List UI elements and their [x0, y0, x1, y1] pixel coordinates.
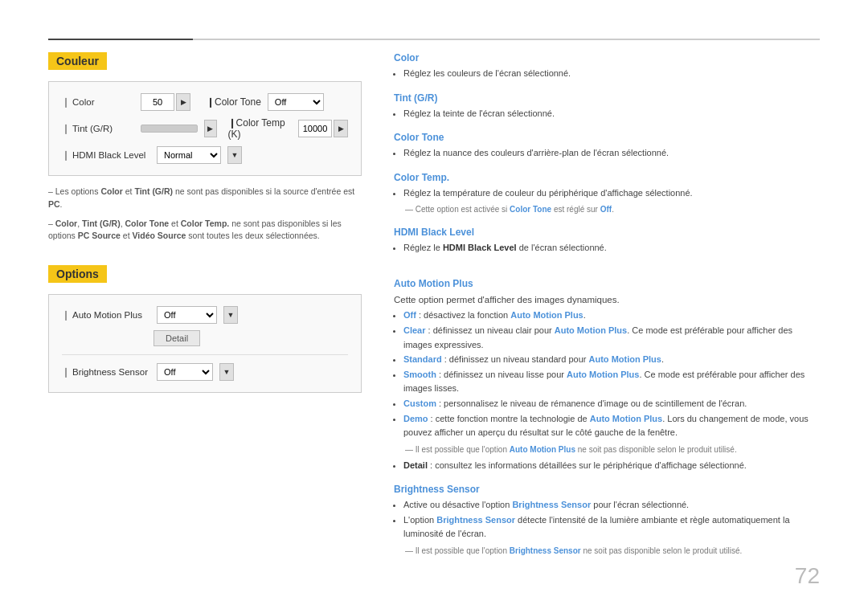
couleur-note-1: – Les options Color et Tint (G/R) ne son… [48, 186, 362, 211]
right-hdmi-list: Réglez le HDMI Black Level de l'écran sé… [394, 241, 820, 255]
amp-item-clear: Clear : définissez un niveau clair pour … [403, 324, 820, 352]
amp-kw-demo: Demo [403, 414, 428, 423]
couleur-note-2: – Color, Tint (G/R), Color Tone et Color… [48, 218, 362, 243]
tint-arrow-btn[interactable]: ▶ [204, 120, 217, 137]
right-tint-list: Réglez la teinte de l'écran sélectionné. [394, 107, 820, 121]
couleur-title: Couleur [48, 52, 107, 70]
right-color-item: Réglez les couleurs de l'écran sélection… [403, 67, 820, 81]
right-colortone-list: Réglez la nuance des couleurs d'arrière-… [394, 146, 820, 161]
page-number: 72 [795, 563, 820, 589]
amp-arrow-btn[interactable]: ▼ [223, 306, 238, 324]
right-amp-list: Off : désactivez la fonction Auto Motion… [394, 309, 820, 439]
amp-ref-off: Auto Motion Plus [510, 310, 583, 320]
hdmi-row: ❙HDMI Black Level Normal Low ▼ [62, 146, 348, 164]
amp-kw-standard: Standard [403, 354, 442, 364]
options-section: Options ❙Auto Motion Plus Off Clear Stan… [48, 265, 362, 393]
amp-ref-clear: Auto Motion Plus [555, 325, 627, 335]
color-value-input[interactable] [141, 93, 174, 111]
options-control-box: ❙Auto Motion Plus Off Clear Standard Smo… [48, 294, 362, 393]
right-colortone-item: Réglez la nuance des couleurs d'arrière-… [403, 146, 820, 161]
amp-ref-standard: Auto Motion Plus [589, 354, 661, 364]
right-color-list: Réglez les couleurs de l'écran sélection… [394, 67, 820, 81]
right-colortemp-note: ― Cette option est activée si Color Tone… [405, 203, 820, 215]
amp-item-smooth: Smooth : définissez un niveau lisse pour… [403, 368, 820, 396]
right-brightness-heading: Brightness Sensor [394, 484, 820, 495]
right-colortemp-item: Réglez la température de couleur du péri… [403, 186, 820, 201]
brightness-label: ❙Brightness Sensor [62, 366, 150, 378]
tint-label: ❙Tint (G/R) [62, 123, 134, 134]
top-bar-light [193, 39, 820, 40]
right-brightness-list: Active ou désactive l'option Brightness … [394, 498, 820, 541]
spacer [394, 259, 820, 267]
brightness-subnote: ― Il est possible que l'option Brightnes… [405, 545, 820, 557]
amp-select[interactable]: Off Clear Standard Smooth Custom Demo [157, 306, 217, 324]
amp-ref-smooth: Auto Motion Plus [567, 370, 639, 379]
color-temp-label-inline: ❙Color Temp (K) [228, 117, 292, 140]
amp-kw-off: Off [403, 310, 416, 320]
hdmi-label: ❙HDMI Black Level [62, 149, 150, 161]
brightness-item-2: L'option Brightness Sensor détecte l'int… [403, 513, 820, 541]
color-temp-number-input[interactable]: ▶ [298, 120, 348, 137]
brightness-item-1: Active ou désactive l'option Brightness … [403, 498, 820, 513]
amp-ref-demo: Auto Motion Plus [590, 414, 662, 423]
amp-label: ❙Auto Motion Plus [62, 309, 150, 321]
amp-item-off: Off : désactivez la fonction Auto Motion… [403, 309, 820, 323]
amp-item-standard: Standard : définissez un niveau standard… [403, 353, 820, 367]
hdmi-bold: HDMI Black Level [443, 243, 517, 252]
options-divider [62, 354, 348, 355]
colortemp-note-kw2: Off [600, 205, 612, 214]
color-row: ❙Color ▶ ❙Color Tone Off [62, 93, 348, 111]
right-colortone-heading: Color Tone [394, 132, 820, 143]
bs-subnote-kw: Brightness Sensor [510, 546, 581, 555]
tint-row: ❙Tint (G/R) ▶ ❙Color Temp (K) ▶ [62, 117, 348, 140]
detail-row: Detail [62, 330, 348, 346]
color-number-input[interactable]: ▶ [141, 93, 190, 111]
detail-button[interactable]: Detail [154, 330, 200, 346]
amp-kw-smooth: Smooth [403, 370, 436, 379]
right-colortemp-heading: Color Temp. [394, 172, 820, 183]
couleur-control-box: ❙Color ▶ ❙Color Tone Off ❙Tint (G/R) [48, 81, 362, 176]
right-hdmi-item: Réglez le HDMI Black Level de l'écran sé… [403, 241, 820, 255]
bs-kw-2: Brightness Sensor [436, 515, 515, 525]
brightness-arrow-btn[interactable]: ▼ [219, 363, 234, 381]
color-tone-label-inline: ❙Color Tone [207, 96, 261, 108]
color-arrow-btn[interactable]: ▶ [176, 93, 190, 111]
amp-item-demo: Demo : cette fonction montre la technolo… [403, 412, 820, 440]
right-tint-item: Réglez la teinte de l'écran sélectionné. [403, 107, 820, 121]
right-color-heading: Color [394, 52, 820, 63]
hdmi-select[interactable]: Normal Low [157, 146, 221, 164]
left-column: Couleur ❙Color ▶ ❙Color Tone Off [48, 52, 362, 393]
amp-row: ❙Auto Motion Plus Off Clear Standard Smo… [62, 306, 348, 324]
right-amp-detail-list: Detail : consultez les informations déta… [394, 459, 820, 473]
amp-item-custom: Custom : personnalisez le niveau de réma… [403, 397, 820, 411]
color-label: ❙Color [62, 96, 134, 108]
brightness-row: ❙Brightness Sensor Off On ▼ [62, 363, 348, 381]
bs-kw-1: Brightness Sensor [512, 500, 591, 509]
amp-detail-item: Detail : consultez les informations déta… [403, 459, 820, 473]
right-amp-heading: Auto Motion Plus [394, 278, 820, 289]
top-bar [48, 39, 820, 40]
right-hdmi-heading: HDMI Black Level [394, 227, 820, 238]
right-column: Color Réglez les couleurs de l'écran sél… [394, 52, 820, 557]
tint-track [141, 125, 198, 133]
amp-kw-custom: Custom [403, 398, 436, 408]
amp-kw-clear: Clear [403, 325, 426, 335]
right-amp-intro: Cette option permet d'afficher des image… [394, 292, 820, 307]
top-bar-dark [48, 39, 193, 40]
color-tone-select[interactable]: Off [268, 93, 324, 111]
amp-subnote-kw: Auto Motion Plus [510, 445, 575, 454]
options-title: Options [48, 265, 107, 283]
color-temp-value-input[interactable] [298, 120, 332, 137]
right-colortemp-list: Réglez la température de couleur du péri… [394, 186, 820, 201]
hdmi-arrow-btn[interactable]: ▼ [227, 146, 242, 164]
couleur-section: Couleur ❙Color ▶ ❙Color Tone Off [48, 52, 362, 243]
color-temp-arrow-btn[interactable]: ▶ [334, 120, 348, 137]
amp-subnote: ― Il est possible que l'option Auto Moti… [405, 443, 820, 456]
right-tint-heading: Tint (G/R) [394, 92, 820, 104]
amp-detail-kw: Detail [403, 460, 428, 470]
colortemp-note-kw1: Color Tone [510, 205, 551, 214]
brightness-select[interactable]: Off On [157, 363, 213, 381]
